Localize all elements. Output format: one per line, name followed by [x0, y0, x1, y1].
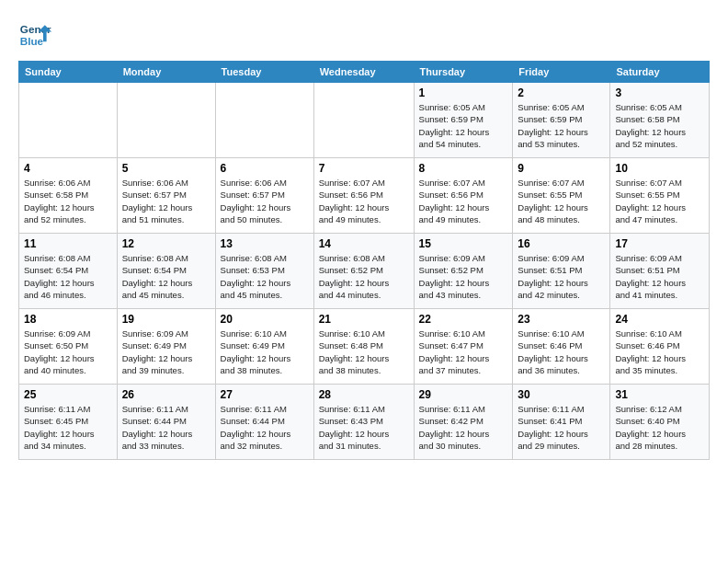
day-number: 30: [518, 388, 605, 401]
day-number: 16: [518, 237, 605, 250]
day-number: 15: [419, 237, 508, 250]
day-number: 9: [518, 162, 605, 175]
calendar-cell: [313, 83, 414, 158]
calendar-cell: 22Sunrise: 6:10 AM Sunset: 6:47 PM Dayli…: [414, 309, 513, 385]
day-info: Sunrise: 6:11 AM Sunset: 6:44 PM Dayligh…: [122, 403, 210, 452]
calendar-table: SundayMondayTuesdayWednesdayThursdayFrid…: [18, 61, 710, 460]
day-info: Sunrise: 6:05 AM Sunset: 6:58 PM Dayligh…: [615, 101, 704, 150]
calendar-cell: 26Sunrise: 6:11 AM Sunset: 6:44 PM Dayli…: [117, 385, 215, 460]
calendar-cell: 5Sunrise: 6:06 AM Sunset: 6:57 PM Daylig…: [117, 158, 215, 234]
day-info: Sunrise: 6:08 AM Sunset: 6:53 PM Dayligh…: [221, 252, 309, 301]
calendar-cell: 29Sunrise: 6:11 AM Sunset: 6:42 PM Dayli…: [414, 385, 513, 460]
day-number: 24: [615, 313, 704, 326]
day-info: Sunrise: 6:06 AM Sunset: 6:58 PM Dayligh…: [24, 177, 112, 225]
day-number: 8: [419, 162, 508, 175]
svg-text:Blue: Blue: [20, 35, 44, 47]
day-info: Sunrise: 6:12 AM Sunset: 6:40 PM Dayligh…: [615, 403, 704, 452]
calendar-cell: 2Sunrise: 6:05 AM Sunset: 6:59 PM Daylig…: [513, 83, 610, 158]
calendar-cell: [19, 83, 118, 158]
weekday-header-friday: Friday: [513, 62, 610, 83]
day-number: 21: [319, 313, 409, 326]
day-info: Sunrise: 6:10 AM Sunset: 6:46 PM Dayligh…: [518, 327, 605, 376]
day-info: Sunrise: 6:09 AM Sunset: 6:50 PM Dayligh…: [24, 327, 112, 376]
day-info: Sunrise: 6:11 AM Sunset: 6:43 PM Dayligh…: [319, 403, 409, 452]
page-header: General Blue: [18, 18, 710, 52]
day-number: 12: [122, 237, 210, 250]
day-number: 27: [221, 388, 309, 401]
day-number: 22: [419, 313, 508, 326]
calendar-cell: 12Sunrise: 6:08 AM Sunset: 6:54 PM Dayli…: [117, 234, 215, 309]
day-info: Sunrise: 6:07 AM Sunset: 6:56 PM Dayligh…: [319, 177, 409, 225]
logo: General Blue: [18, 18, 51, 52]
calendar-cell: 23Sunrise: 6:10 AM Sunset: 6:46 PM Dayli…: [513, 309, 610, 385]
day-info: Sunrise: 6:05 AM Sunset: 6:59 PM Dayligh…: [419, 101, 508, 150]
calendar-cell: 13Sunrise: 6:08 AM Sunset: 6:53 PM Dayli…: [215, 234, 313, 309]
day-info: Sunrise: 6:10 AM Sunset: 6:47 PM Dayligh…: [419, 327, 508, 376]
calendar-cell: 14Sunrise: 6:08 AM Sunset: 6:52 PM Dayli…: [313, 234, 414, 309]
day-info: Sunrise: 6:11 AM Sunset: 6:42 PM Dayligh…: [419, 403, 508, 452]
day-info: Sunrise: 6:09 AM Sunset: 6:51 PM Dayligh…: [518, 252, 605, 301]
day-info: Sunrise: 6:08 AM Sunset: 6:54 PM Dayligh…: [24, 252, 112, 301]
calendar-cell: 9Sunrise: 6:07 AM Sunset: 6:55 PM Daylig…: [513, 158, 610, 234]
day-info: Sunrise: 6:11 AM Sunset: 6:45 PM Dayligh…: [24, 403, 112, 452]
day-number: 28: [319, 388, 409, 401]
day-info: Sunrise: 6:09 AM Sunset: 6:49 PM Dayligh…: [122, 327, 210, 376]
day-number: 14: [319, 237, 409, 250]
weekday-header-sunday: Sunday: [19, 62, 118, 83]
calendar-cell: 10Sunrise: 6:07 AM Sunset: 6:55 PM Dayli…: [610, 158, 710, 234]
calendar-cell: 30Sunrise: 6:11 AM Sunset: 6:41 PM Dayli…: [513, 385, 610, 460]
calendar-cell: 4Sunrise: 6:06 AM Sunset: 6:58 PM Daylig…: [19, 158, 118, 234]
day-number: 20: [221, 313, 309, 326]
day-info: Sunrise: 6:10 AM Sunset: 6:46 PM Dayligh…: [615, 327, 704, 376]
day-info: Sunrise: 6:10 AM Sunset: 6:49 PM Dayligh…: [221, 327, 309, 376]
calendar-cell: 17Sunrise: 6:09 AM Sunset: 6:51 PM Dayli…: [610, 234, 710, 309]
day-number: 29: [419, 388, 508, 401]
calendar-cell: 25Sunrise: 6:11 AM Sunset: 6:45 PM Dayli…: [19, 385, 118, 460]
day-number: 3: [615, 86, 704, 99]
calendar-cell: 20Sunrise: 6:10 AM Sunset: 6:49 PM Dayli…: [215, 309, 313, 385]
day-info: Sunrise: 6:11 AM Sunset: 6:44 PM Dayligh…: [221, 403, 309, 452]
day-info: Sunrise: 6:07 AM Sunset: 6:56 PM Dayligh…: [419, 177, 508, 225]
calendar-cell: 27Sunrise: 6:11 AM Sunset: 6:44 PM Dayli…: [215, 385, 313, 460]
day-info: Sunrise: 6:07 AM Sunset: 6:55 PM Dayligh…: [518, 177, 605, 225]
calendar-cell: 24Sunrise: 6:10 AM Sunset: 6:46 PM Dayli…: [610, 309, 710, 385]
day-info: Sunrise: 6:08 AM Sunset: 6:54 PM Dayligh…: [122, 252, 210, 301]
day-info: Sunrise: 6:07 AM Sunset: 6:55 PM Dayligh…: [615, 177, 704, 225]
day-number: 19: [122, 313, 210, 326]
calendar-cell: 16Sunrise: 6:09 AM Sunset: 6:51 PM Dayli…: [513, 234, 610, 309]
weekday-header-wednesday: Wednesday: [313, 62, 414, 83]
calendar-cell: 3Sunrise: 6:05 AM Sunset: 6:58 PM Daylig…: [610, 83, 710, 158]
calendar-cell: 21Sunrise: 6:10 AM Sunset: 6:48 PM Dayli…: [313, 309, 414, 385]
calendar-cell: [215, 83, 313, 158]
day-number: 7: [319, 162, 409, 175]
day-info: Sunrise: 6:06 AM Sunset: 6:57 PM Dayligh…: [221, 177, 309, 225]
logo-icon: General Blue: [18, 18, 51, 52]
day-number: 26: [122, 388, 210, 401]
weekday-header-saturday: Saturday: [610, 62, 710, 83]
calendar-cell: 28Sunrise: 6:11 AM Sunset: 6:43 PM Dayli…: [313, 385, 414, 460]
day-info: Sunrise: 6:06 AM Sunset: 6:57 PM Dayligh…: [122, 177, 210, 225]
calendar-cell: 19Sunrise: 6:09 AM Sunset: 6:49 PM Dayli…: [117, 309, 215, 385]
day-number: 5: [122, 162, 210, 175]
calendar-cell: [117, 83, 215, 158]
day-info: Sunrise: 6:11 AM Sunset: 6:41 PM Dayligh…: [518, 403, 605, 452]
day-number: 17: [615, 237, 704, 250]
calendar-cell: 8Sunrise: 6:07 AM Sunset: 6:56 PM Daylig…: [414, 158, 513, 234]
day-number: 11: [24, 237, 112, 250]
day-number: 25: [24, 388, 112, 401]
calendar-cell: 31Sunrise: 6:12 AM Sunset: 6:40 PM Dayli…: [610, 385, 710, 460]
day-number: 6: [221, 162, 309, 175]
day-number: 31: [615, 388, 704, 401]
day-number: 23: [518, 313, 605, 326]
calendar-cell: 6Sunrise: 6:06 AM Sunset: 6:57 PM Daylig…: [215, 158, 313, 234]
calendar-cell: 11Sunrise: 6:08 AM Sunset: 6:54 PM Dayli…: [19, 234, 118, 309]
day-number: 10: [615, 162, 704, 175]
day-info: Sunrise: 6:09 AM Sunset: 6:51 PM Dayligh…: [615, 252, 704, 301]
calendar-cell: 7Sunrise: 6:07 AM Sunset: 6:56 PM Daylig…: [313, 158, 414, 234]
day-number: 18: [24, 313, 112, 326]
day-number: 13: [221, 237, 309, 250]
day-number: 2: [518, 86, 605, 99]
day-info: Sunrise: 6:05 AM Sunset: 6:59 PM Dayligh…: [518, 101, 605, 150]
day-info: Sunrise: 6:09 AM Sunset: 6:52 PM Dayligh…: [419, 252, 508, 301]
day-info: Sunrise: 6:10 AM Sunset: 6:48 PM Dayligh…: [319, 327, 409, 376]
